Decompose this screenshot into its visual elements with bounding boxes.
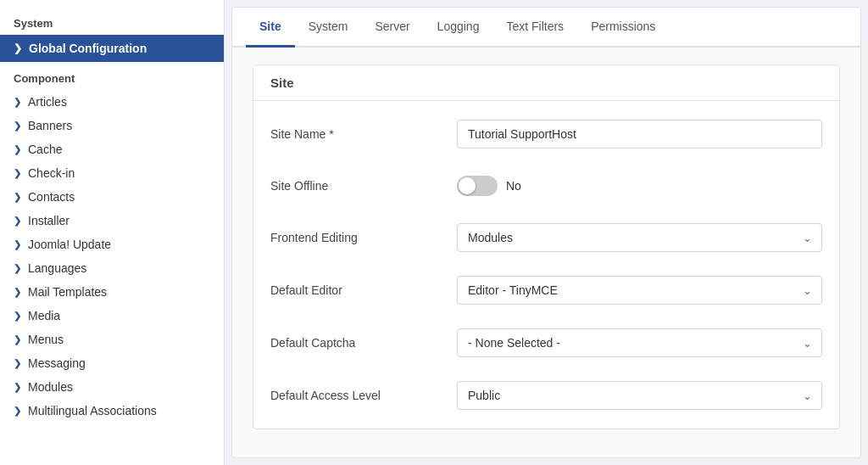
default-access-label: Default Access Level — [270, 389, 457, 402]
sidebar-item-installer[interactable]: ❯ Installer — [0, 209, 224, 232]
sidebar-item-label: Articles — [28, 95, 67, 109]
arrow-icon: ❯ — [14, 97, 21, 108]
sidebar-item-check-in[interactable]: ❯ Check-in — [0, 161, 224, 185]
default-access-select-wrap: Public Registered Special ⌄ — [457, 381, 822, 410]
sidebar-item-label: Menus — [28, 333, 64, 346]
section-title: Site — [253, 65, 839, 101]
sidebar-item-articles[interactable]: ❯ Articles — [0, 90, 224, 114]
default-captcha-select[interactable]: - None Selected - — [457, 328, 822, 357]
sidebar-active-label: Global Configuration — [29, 42, 147, 55]
arrow-icon: ❯ — [14, 216, 21, 227]
sidebar-item-label: Installer — [28, 214, 70, 227]
default-editor-label: Default Editor — [270, 283, 457, 297]
section-box: Site Site Name * Site Offl — [253, 64, 840, 429]
default-captcha-select-wrap: - None Selected - ⌄ — [457, 328, 822, 357]
sidebar-item-label: Cache — [28, 143, 62, 156]
default-access-row: Default Access Level Public Registered S… — [253, 369, 839, 422]
sidebar-item-label: Media — [28, 309, 60, 322]
arrow-icon: ❯ — [14, 406, 21, 417]
frontend-editing-control: Modules None Modules & Menu Items ⌄ — [457, 223, 822, 252]
section-body: Site Name * Site Offline — [253, 101, 839, 429]
sidebar-item-label: Contacts — [28, 190, 75, 204]
frontend-editing-row: Frontend Editing Modules None Modules & … — [253, 211, 839, 264]
sidebar-item-menus[interactable]: ❯ Menus — [0, 328, 224, 351]
default-captcha-label: Default Captcha — [270, 336, 457, 350]
default-editor-row: Default Editor Editor - TinyMCE Editor -… — [253, 264, 839, 317]
arrow-icon: ❯ — [14, 311, 21, 322]
sidebar-item-multilingual-associations[interactable]: ❯ Multilingual Associations — [0, 399, 224, 423]
sidebar-item-media[interactable]: ❯ Media — [0, 304, 224, 328]
default-access-select[interactable]: Public Registered Special — [457, 381, 822, 410]
sidebar-item-label: Joomla! Update — [28, 238, 111, 251]
default-editor-select-wrap: Editor - TinyMCE Editor - CodeMirror No … — [457, 276, 822, 305]
site-offline-toggle[interactable] — [457, 176, 498, 196]
arrow-icon: ❯ — [14, 263, 21, 274]
site-offline-control: No — [457, 176, 822, 196]
sidebar: System ❯ Global Configuration Component … — [0, 0, 225, 465]
site-offline-label: Site Offline — [270, 179, 457, 193]
sidebar-item-label: Multilingual Associations — [28, 404, 157, 417]
sidebar-item-modules[interactable]: ❯ Modules — [0, 375, 224, 399]
arrow-icon: ❯ — [14, 168, 21, 179]
arrow-icon: ❯ — [14, 120, 21, 132]
arrow-icon: ❯ — [14, 287, 21, 298]
sidebar-item-label: Banners — [28, 119, 72, 132]
arrow-icon: ❯ — [14, 192, 21, 203]
tab-server[interactable]: Server — [361, 8, 423, 48]
sidebar-item-contacts[interactable]: ❯ Contacts — [0, 185, 224, 209]
sidebar-item-messaging[interactable]: ❯ Messaging — [0, 351, 224, 375]
toggle-knob — [459, 177, 476, 194]
site-name-input[interactable] — [457, 120, 822, 148]
tab-bar: Site System Server Logging Text Filters … — [232, 8, 860, 48]
tab-system[interactable]: System — [295, 8, 362, 48]
tab-site[interactable]: Site — [246, 8, 295, 48]
tab-text-filters[interactable]: Text Filters — [492, 8, 577, 48]
default-captcha-control: - None Selected - ⌄ — [457, 328, 822, 357]
default-captcha-row: Default Captcha - None Selected - ⌄ — [253, 317, 839, 369]
default-editor-select[interactable]: Editor - TinyMCE Editor - CodeMirror No … — [457, 276, 822, 305]
site-offline-row: Site Offline No — [253, 160, 839, 211]
sidebar-item-label: Check-in — [28, 166, 75, 180]
default-editor-control: Editor - TinyMCE Editor - CodeMirror No … — [457, 276, 822, 305]
arrow-icon: ❯ — [14, 239, 21, 250]
sidebar-item-cache[interactable]: ❯ Cache — [0, 137, 224, 161]
arrow-icon: ❯ — [14, 334, 21, 345]
default-access-control: Public Registered Special ⌄ — [457, 381, 822, 410]
sidebar-item-banners[interactable]: ❯ Banners — [0, 114, 224, 137]
tab-logging[interactable]: Logging — [424, 8, 493, 48]
sidebar-item-joomla-update[interactable]: ❯ Joomla! Update — [0, 232, 224, 256]
content-area: Site Site Name * Site Offl — [232, 48, 860, 455]
sidebar-item-label: Mail Templates — [28, 285, 107, 299]
sidebar-item-label: Messaging — [28, 356, 86, 370]
site-name-row: Site Name * — [253, 108, 839, 160]
sidebar-item-label: Modules — [28, 380, 73, 394]
tab-permissions[interactable]: Permissions — [577, 8, 669, 48]
sidebar-item-languages[interactable]: ❯ Languages — [0, 256, 224, 280]
chevron-right-icon: ❯ — [14, 42, 22, 54]
frontend-editing-label: Frontend Editing — [270, 231, 457, 244]
main-content: Site System Server Logging Text Filters … — [231, 7, 861, 458]
sidebar-system-title: System — [0, 14, 224, 35]
frontend-editing-select[interactable]: Modules None Modules & Menu Items — [457, 223, 822, 252]
toggle-wrap: No — [457, 176, 822, 196]
arrow-icon: ❯ — [14, 144, 21, 155]
arrow-icon: ❯ — [14, 358, 21, 369]
sidebar-item-label: Languages — [28, 261, 86, 275]
sidebar-item-mail-templates[interactable]: ❯ Mail Templates — [0, 280, 224, 304]
frontend-editing-select-wrap: Modules None Modules & Menu Items ⌄ — [457, 223, 822, 252]
toggle-no-label: No — [506, 179, 521, 193]
sidebar-active-item[interactable]: ❯ Global Configuration — [0, 35, 224, 62]
sidebar-component-title: Component — [0, 69, 224, 90]
site-name-control — [457, 120, 822, 148]
toggle-track — [457, 176, 498, 196]
arrow-icon: ❯ — [14, 382, 21, 393]
site-name-label: Site Name * — [270, 127, 457, 141]
